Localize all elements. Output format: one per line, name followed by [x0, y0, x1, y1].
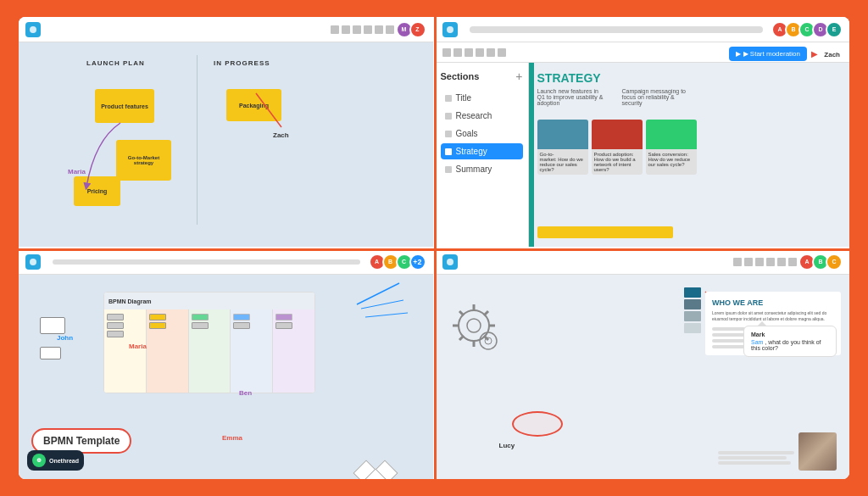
avatar-zach: Z — [409, 21, 426, 38]
sections-add-button[interactable]: + — [515, 70, 522, 83]
p4-pen-icon — [755, 258, 764, 266]
bpmn-shape-1c — [107, 331, 124, 337]
bpmn-shapes-4 — [233, 314, 250, 329]
col-launch-plan: LAUNCH PLAN — [86, 59, 145, 67]
add-line-2 — [718, 456, 787, 460]
gear-drawing — [444, 300, 504, 359]
sticky-packaging[interactable]: Packaging — [226, 89, 281, 121]
photo-thumbnail — [798, 432, 837, 471]
additional-text — [718, 451, 794, 466]
avatar-p2-5: E — [826, 21, 843, 38]
text-icon — [375, 25, 383, 34]
bpmn-shapes-5 — [275, 314, 292, 329]
pen-icon — [353, 25, 361, 34]
strategy-card-1: Go-to-market: How do we reduce our sales… — [537, 120, 588, 175]
speech-sam: Sam — [751, 339, 763, 345]
col-in-progress: IN PROGRESS — [214, 59, 270, 67]
panel-top-right: A B C D E ▶ ▶ Start moderation — [436, 17, 850, 247]
shape-icon — [364, 25, 372, 34]
section-dot-research — [445, 113, 452, 120]
panel1-canvas[interactable]: LAUNCH PLAN IN PROGRESS Product features… — [19, 42, 433, 247]
p4-img-icon — [788, 258, 797, 266]
speech-bubble: Mark Sam , what do you think of this col… — [743, 326, 837, 357]
p2-hand-icon — [453, 48, 462, 57]
bpmn-header: BPMN Diagram — [104, 293, 314, 309]
panel-top-left: M Z LAUNCH PLAN IN PROGRESS Product feat… — [19, 17, 433, 247]
image-icon — [386, 25, 394, 34]
hand-icon — [342, 25, 350, 34]
section-item-title[interactable]: Title — [441, 90, 523, 106]
small-box-2 — [40, 347, 61, 359]
panel-bottom-right: A B C — [436, 249, 850, 479]
p3-avatar-4: +2 — [409, 254, 426, 270]
panel2-toolbar-ext: ▶ ▶ Start moderation ▶ Zach — [436, 42, 850, 63]
small-box-1 — [40, 317, 65, 334]
swatch-dark-blue — [684, 287, 701, 298]
section-item-strategy[interactable]: Strategy — [441, 143, 523, 159]
p4-avatar-3: C — [826, 254, 843, 270]
svg-point-0 — [30, 26, 36, 33]
card-img-3 — [646, 120, 697, 149]
svg-line-10 — [459, 311, 464, 315]
bpmn-shapes-2 — [149, 314, 166, 329]
sticky-go-to-market[interactable]: Go-to-Market strategy — [116, 140, 171, 181]
person-maria-p3: Maria — [129, 343, 147, 350]
who-text: Lorem ipsum dolor sit amet consectetur a… — [712, 310, 834, 322]
panel4-toolbar: A B C — [436, 249, 850, 275]
swatch-light — [684, 311, 701, 321]
svg-line-12 — [484, 311, 488, 315]
panel3-logo — [25, 254, 41, 270]
card-img-1 — [537, 120, 588, 149]
card-text-1: Go-to-market: How do we reduce our sales… — [537, 149, 588, 175]
cursor-maria-label: Maria — [68, 168, 86, 176]
svg-point-5 — [467, 319, 481, 332]
start-moderation-label: ▶ Start moderation — [743, 50, 800, 58]
section-label-title: Title — [456, 93, 472, 103]
bpmn-shape-1a — [107, 314, 124, 320]
panel3-canvas[interactable]: BPMN Diagram — [19, 275, 433, 479]
bpmn-shapes-3 — [192, 314, 209, 329]
panel2-avatars: A B C D E — [775, 21, 843, 38]
zach-arrow: ▶ — [811, 49, 818, 59]
bpmn-shape-4a — [233, 314, 250, 320]
strategy-desc1: Launch new features in Q1 to improve usa… — [537, 88, 605, 106]
person-ben: Ben — [239, 389, 252, 397]
bpmn-shape-5a — [275, 314, 292, 320]
zach-cursor-area: ▶ Zach — [811, 45, 843, 60]
onethread-logo: ⊕ Onethread — [27, 450, 84, 471]
onethread-label: Onethread — [49, 458, 79, 464]
strategy-desc2: Campaign messaging to focus on reliabili… — [622, 88, 690, 106]
card-img-2 — [592, 120, 643, 149]
bpmn-shape-5b — [275, 322, 292, 329]
sketch-arrows — [348, 279, 416, 330]
p2-text-icon — [487, 48, 495, 57]
p2-cursor-icon — [442, 48, 451, 57]
sticky-product-features[interactable]: Product features — [95, 89, 154, 123]
bpmn-shape-4b — [233, 322, 250, 329]
section-dot-summary — [445, 166, 452, 173]
panel2-main: Sections + Title Research Goals St — [436, 63, 850, 247]
panel1-toolbar-icons — [331, 25, 394, 34]
strategy-title: STRATEGY — [537, 71, 842, 85]
panel3-toolbar: A B C +2 — [19, 249, 433, 275]
bpmn-shapes-1 — [107, 314, 124, 337]
gear-svg — [444, 300, 504, 359]
add-line-1 — [718, 451, 794, 454]
horizontal-divider — [19, 248, 849, 251]
section-item-goals[interactable]: Goals — [441, 125, 523, 142]
section-item-summary[interactable]: Summary — [441, 161, 523, 177]
panel2-toolbar-icons — [442, 48, 506, 57]
p2-shape-icon — [476, 48, 484, 57]
panel4-canvas[interactable]: WHO WE ARE Lorem ipsum dolor sit amet co… — [436, 275, 850, 479]
section-item-research[interactable]: Research — [441, 108, 523, 124]
start-moderation-button[interactable]: ▶ ▶ Start moderation — [729, 47, 807, 61]
main-container: M Z LAUNCH PLAN IN PROGRESS Product feat… — [19, 17, 849, 479]
panel2-progress-bar — [470, 26, 764, 33]
panel3-avatars: A B C +2 — [372, 254, 426, 270]
bpmn-shape-3a — [192, 314, 209, 320]
circle-annotation — [512, 411, 563, 437]
teal-strip — [529, 63, 534, 247]
sections-sidebar: Sections + Title Research Goals St — [436, 63, 529, 247]
sticky-pricing[interactable]: Pricing — [74, 176, 120, 206]
speech-content: Sam , what do you think of this color? — [751, 339, 829, 351]
